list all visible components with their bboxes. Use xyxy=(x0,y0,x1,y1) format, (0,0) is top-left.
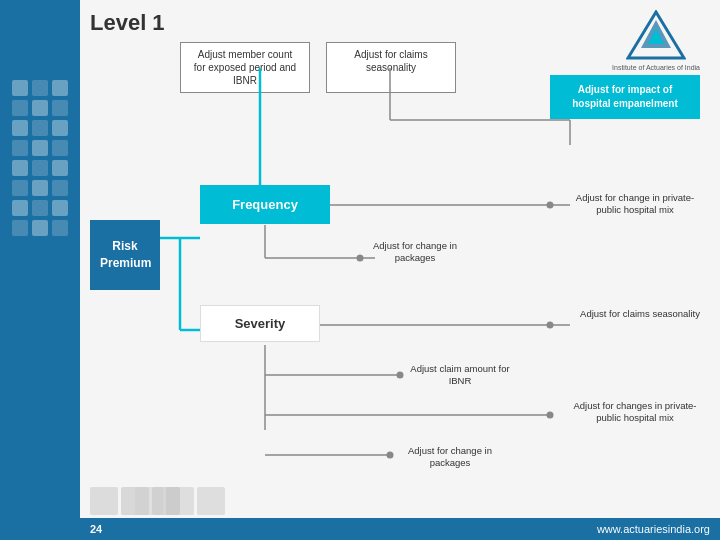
svg-point-12 xyxy=(547,202,554,209)
logo-text: Institute of Actuaries of India xyxy=(612,64,700,71)
svg-point-25 xyxy=(547,412,554,419)
severity-box: Severity xyxy=(200,305,320,342)
page-number: 24 xyxy=(90,523,102,535)
sidebar-decoration xyxy=(12,80,68,236)
sev-hospital-mix-label: Adjust for changes in private-public hos… xyxy=(570,400,700,425)
adjust-member-count-box: Adjust member count for exposed period a… xyxy=(180,42,310,93)
adjust-hospital-empanelment-box: Adjust for impact of hospital empanelmen… xyxy=(550,75,700,119)
website-url: www.actuariesindia.org xyxy=(597,523,710,535)
svg-point-19 xyxy=(547,322,554,329)
sev-ibnr-label: Adjust claim amount for IBNR xyxy=(400,363,520,388)
bottom-bar: 24 www.actuariesindia.org xyxy=(80,518,720,540)
main-content: Level 1 Institute of Actuaries of India … xyxy=(80,0,720,540)
sev-packages-label: Adjust for change in packages xyxy=(390,445,510,470)
bottom-decoration-2 xyxy=(135,487,225,515)
logo-area: Institute of Actuaries of India xyxy=(612,10,700,71)
frequency-box: Frequency xyxy=(200,185,330,224)
top-boxes: Adjust member count for exposed period a… xyxy=(180,42,456,93)
sev-claims-seasonality-label: Adjust for claims seasonality xyxy=(580,308,700,320)
institute-logo xyxy=(626,10,686,60)
freq-hospital-mix-label: Adjust for change in private-public hosp… xyxy=(570,192,700,217)
adjust-claims-seasonality-box: Adjust for claims seasonality xyxy=(326,42,456,93)
page-title: Level 1 xyxy=(90,10,165,36)
risk-premium-box: Risk Premium xyxy=(90,220,160,290)
sidebar xyxy=(0,0,80,540)
freq-packages-label: Adjust for change in packages xyxy=(360,240,470,265)
